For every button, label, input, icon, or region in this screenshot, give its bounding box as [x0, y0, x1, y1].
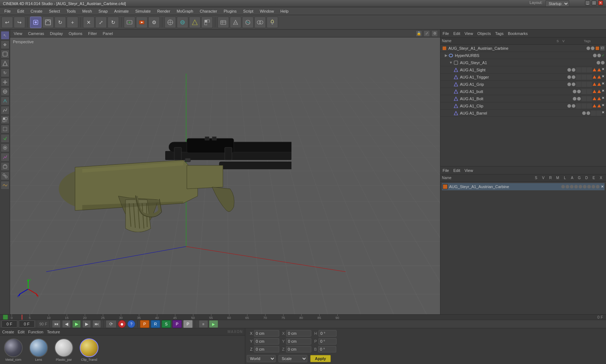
om-row-aug-steyr-a1[interactable]: ▼ AUG_Steyr_A1	[440, 59, 606, 66]
om-dot-v-bolt[interactable]	[577, 97, 581, 101]
left-tool-bump[interactable]	[1, 181, 9, 190]
left-tool-8[interactable]	[1, 115, 9, 124]
om-dot-v-butt[interactable]	[577, 90, 581, 93]
om-dot-s-trig[interactable]	[567, 75, 571, 79]
om-menu-tags[interactable]: Tags	[495, 31, 504, 36]
om-row-bolt[interactable]: AUG A1_Bolt ✕	[440, 95, 606, 102]
left-tool-10[interactable]	[1, 134, 9, 143]
menu-tools[interactable]: Tools	[63, 8, 79, 14]
am-menu-view[interactable]: View	[465, 168, 473, 173]
left-tool-4[interactable]	[1, 78, 9, 86]
material-metal-com[interactable]: Metal_com	[2, 338, 25, 361]
am-dot-a[interactable]	[583, 185, 587, 188]
add-button[interactable]: +	[67, 17, 78, 28]
menu-help[interactable]: Help	[277, 8, 291, 14]
material-clip[interactable]: Clip_Transl	[78, 338, 100, 361]
menu-select[interactable]: Select	[46, 8, 63, 14]
vp-menu-display[interactable]: Display	[48, 31, 64, 36]
tool-6a[interactable]	[218, 17, 229, 28]
coord-y-input[interactable]	[254, 338, 279, 345]
current-frame-input[interactable]	[1, 320, 17, 328]
key-scale-button[interactable]: S	[162, 320, 171, 328]
tag-barrel-2[interactable]	[596, 111, 601, 116]
menu-edit[interactable]: Edit	[14, 8, 27, 14]
coord-b-input[interactable]	[318, 346, 336, 352]
material-sphere-lens[interactable]	[29, 338, 48, 357]
am-row-main[interactable]: AUG_Steyr_A1_Austrian_Carbine ✕	[442, 183, 605, 190]
tag-grip-1[interactable]	[576, 82, 581, 87]
menu-mesh[interactable]: Mesh	[79, 8, 95, 14]
coord-p-input[interactable]	[319, 338, 337, 345]
left-tool-14[interactable]	[1, 172, 9, 180]
collapse-arrow-1[interactable]: ▶	[445, 53, 448, 57]
menu-plugins[interactable]: Plugins	[221, 8, 240, 14]
left-tool-5[interactable]	[1, 87, 9, 96]
move-button[interactable]: ✕	[83, 17, 95, 28]
om-dot-v-barrel[interactable]	[587, 111, 590, 115]
me-menu-create[interactable]: Create	[2, 330, 14, 334]
tag-clip-3[interactable]	[587, 103, 592, 108]
menu-mograph[interactable]: MoGraph	[174, 8, 196, 14]
tag-grip-3[interactable]	[587, 82, 592, 87]
tag-butt-1[interactable]	[581, 89, 587, 94]
material-lens[interactable]: Lens	[27, 338, 50, 361]
am-dot-l[interactable]	[579, 185, 582, 188]
tag-bolt-2[interactable]	[587, 96, 592, 101]
tag-trig-1[interactable]	[576, 75, 581, 80]
om-dot-s-bolt[interactable]	[573, 97, 576, 101]
tag-clip-1[interactable]	[576, 103, 581, 108]
om-dot-v-trig[interactable]	[572, 75, 575, 79]
am-dot-g[interactable]	[587, 185, 591, 188]
om-dot-v-grip[interactable]	[572, 83, 575, 86]
left-tool-7[interactable]	[1, 106, 9, 115]
go-to-end-button[interactable]: ⏭	[92, 320, 101, 328]
vp-fullscreen-button[interactable]: ⤢	[423, 30, 430, 37]
tag-clip-x[interactable]: ✕	[602, 103, 605, 108]
tool-6d[interactable]	[254, 17, 266, 28]
render-frame-button[interactable]	[124, 17, 135, 28]
coord-z-input[interactable]	[254, 346, 279, 352]
minimize-button[interactable]: _	[585, 0, 590, 5]
am-dot-d[interactable]	[592, 185, 595, 188]
om-row-barrel[interactable]: AUG A1_Barrel ✕	[440, 110, 606, 117]
om-dot-v-sight[interactable]	[572, 68, 575, 72]
material-plastic[interactable]: Plastic_par	[53, 338, 75, 361]
timeline-start-marker[interactable]	[3, 315, 8, 320]
left-tool-13[interactable]	[1, 162, 9, 171]
menu-window[interactable]: Window	[257, 8, 277, 14]
menu-animate[interactable]: Animate	[111, 8, 132, 14]
am-dot-r[interactable]	[570, 185, 574, 188]
om-dot-v1[interactable]	[591, 46, 594, 50]
om-menu-bookmarks[interactable]: Bookmarks	[508, 31, 528, 36]
tag-butt-x[interactable]: ✕	[602, 89, 605, 94]
tag-trig-3[interactable]	[587, 75, 592, 80]
texture-mode-button[interactable]	[42, 17, 54, 28]
om-row-grip[interactable]: AUG A1_Grip ✕	[440, 81, 606, 88]
key-point-button[interactable]: P	[183, 320, 193, 328]
tool-5a[interactable]	[164, 17, 176, 28]
left-tool-3[interactable]: ↻	[1, 68, 9, 77]
om-row-clip[interactable]: AUG A1_Clip ✕	[440, 102, 606, 110]
vp-menu-view[interactable]: View	[12, 31, 24, 36]
om-row-trigger[interactable]: AUG A1_Trigger ✕	[440, 74, 606, 81]
left-tool-cursor[interactable]: ↖	[1, 31, 9, 40]
om-dot-s-barrel[interactable]	[582, 111, 586, 115]
tag-clip-2[interactable]	[581, 103, 587, 108]
tag-sight-2[interactable]	[581, 67, 587, 72]
me-menu-texture[interactable]: Texture	[47, 330, 60, 334]
collapse-arrow-2[interactable]: ▼	[449, 61, 453, 65]
om-dot-s-hn[interactable]	[593, 54, 597, 57]
om-row-sight[interactable]: AUG A1_Sight ✕	[440, 66, 606, 74]
am-menu-edit[interactable]: Edit	[453, 168, 460, 173]
loop-button[interactable]: ⟳	[106, 320, 117, 328]
menu-simulate[interactable]: Simulate	[132, 8, 154, 14]
om-menu-edit[interactable]: Edit	[453, 31, 460, 36]
material-sphere-metal[interactable]	[4, 338, 23, 357]
fn-btn-1[interactable]: ≡	[199, 320, 208, 328]
me-menu-function[interactable]: Function	[28, 330, 43, 334]
menu-snap[interactable]: Snap	[96, 8, 111, 14]
om-menu-view[interactable]: View	[465, 31, 473, 36]
model-mode-button[interactable]	[30, 17, 41, 28]
am-dot-s[interactable]	[561, 185, 565, 188]
om-dot-s-a1[interactable]	[597, 61, 600, 65]
